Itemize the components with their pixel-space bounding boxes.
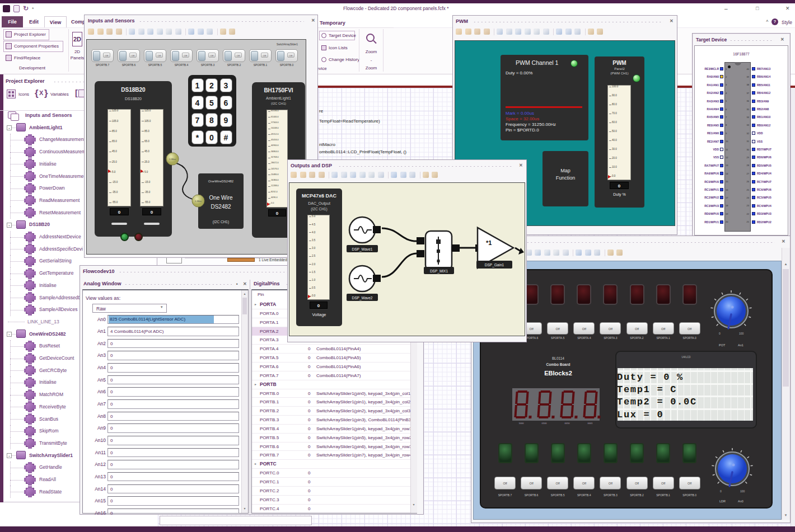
- svg-text:100: 100: [739, 332, 744, 335]
- svg-text:DSP_Gain1: DSP_Gain1: [485, 263, 504, 267]
- svg-text:0: 0: [719, 332, 721, 335]
- svg-text:*1: *1: [486, 239, 492, 246]
- svg-text:DSP_Wave1: DSP_Wave1: [352, 247, 373, 252]
- svg-text:100: 100: [740, 489, 745, 493]
- svg-text:1-Wire: 1-Wire: [195, 200, 202, 203]
- svg-text:1-Wire: 1-Wire: [169, 158, 176, 161]
- svg-text:0: 0: [720, 489, 722, 493]
- svg-text:DSP_MIX1: DSP_MIX1: [430, 269, 448, 274]
- svg-text:DSP_Wave2: DSP_Wave2: [352, 296, 373, 300]
